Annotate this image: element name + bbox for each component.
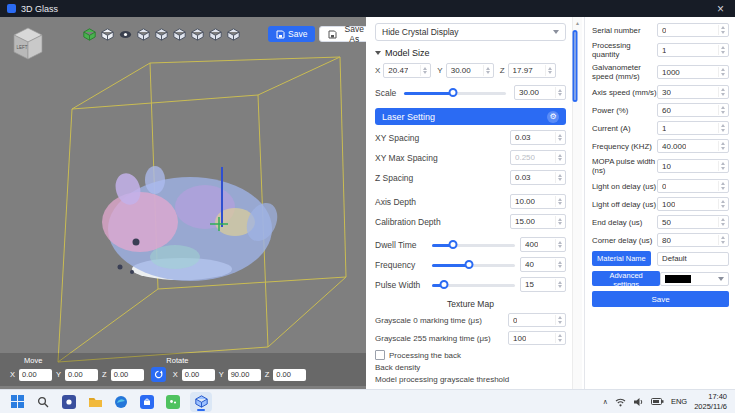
dwell-time-input[interactable]: 400 <box>520 237 566 252</box>
view-left-icon[interactable] <box>172 27 186 42</box>
scene-canvas[interactable] <box>0 17 366 389</box>
spinner[interactable] <box>718 123 727 133</box>
grayscale0-input[interactable]: 0 <box>508 313 566 327</box>
material-name-button[interactable]: Material Name <box>592 251 651 266</box>
size-y-input[interactable]: 30.00 <box>446 63 494 78</box>
eye-icon[interactable] <box>118 27 132 42</box>
search-button[interactable] <box>34 393 52 411</box>
scale-slider[interactable] <box>404 87 506 99</box>
taskbar-app-explorer[interactable] <box>86 393 104 411</box>
grayscale255-input[interactable]: 100 <box>508 331 566 345</box>
end-delay-input[interactable]: 50 <box>657 215 729 229</box>
scrollbar-thumb[interactable] <box>573 30 578 102</box>
view-back-icon[interactable] <box>226 27 240 42</box>
axis-depth-input[interactable]: 10.00 <box>510 194 566 209</box>
z-spacing-input[interactable]: 0.03 <box>510 170 566 185</box>
xy-spacing-input[interactable]: 0.03 <box>510 130 566 145</box>
move-x-input[interactable]: 0.00 <box>19 369 52 381</box>
spinner[interactable] <box>555 152 564 163</box>
windows-start-button[interactable] <box>8 393 26 411</box>
reset-transform-button[interactable] <box>151 367 166 382</box>
model-mesh[interactable] <box>102 166 283 281</box>
taskbar-app-chat[interactable] <box>60 393 78 411</box>
size-z-input[interactable]: 17.97 <box>508 63 556 78</box>
spinner[interactable] <box>718 199 727 209</box>
size-x-input[interactable]: 20.47 <box>383 63 431 78</box>
spinner[interactable] <box>718 235 727 245</box>
scale-input[interactable]: 30.00 <box>514 85 566 100</box>
frequency-khz-input[interactable]: 40.000 <box>657 139 729 153</box>
axis-speed-input[interactable]: 30 <box>657 85 729 99</box>
spinner[interactable] <box>555 279 564 290</box>
spinner[interactable] <box>545 65 554 76</box>
model-size-section[interactable]: Model Size <box>375 48 566 58</box>
spinner[interactable] <box>555 87 564 98</box>
material-value-box[interactable]: Default <box>657 252 729 266</box>
spinner[interactable] <box>420 65 429 76</box>
spinner[interactable] <box>718 25 727 35</box>
light-on-delay-input[interactable]: 0 <box>657 179 729 193</box>
taskbar-app-edge[interactable] <box>112 393 130 411</box>
viewport-3d[interactable]: LEFT Save Save As Move Ro <box>0 17 366 389</box>
pulse-width-input[interactable]: 15 <box>520 277 566 292</box>
taskbar-clock[interactable]: 17:40 2025/11/6 <box>694 392 727 412</box>
current-input[interactable]: 1 <box>657 121 729 135</box>
rotate-z-input[interactable]: 0.00 <box>273 369 306 381</box>
spinner[interactable] <box>718 141 727 151</box>
panel-scrollbar[interactable]: ▲ <box>572 17 582 389</box>
spinner[interactable] <box>555 132 564 143</box>
move-z-input[interactable]: 0.00 <box>111 369 144 381</box>
network-icon[interactable] <box>615 397 626 407</box>
spinner[interactable] <box>718 181 727 191</box>
color-dropdown[interactable] <box>660 272 729 286</box>
view-bottom-icon[interactable] <box>154 27 168 42</box>
corner-delay-input[interactable]: 80 <box>657 233 729 247</box>
dwell-time-slider[interactable] <box>432 239 515 251</box>
save-button[interactable]: Save <box>268 26 315 42</box>
machine-save-button[interactable]: Save <box>592 291 729 307</box>
xy-max-spacing-input[interactable]: 0.250 <box>510 150 566 165</box>
power-input[interactable]: 60 <box>657 103 729 117</box>
advanced-settings-button[interactable]: Advanced settings <box>592 271 660 286</box>
scroll-up-icon[interactable]: ▲ <box>573 17 582 26</box>
rotate-y-input[interactable]: 90.00 <box>228 369 261 381</box>
view-right-icon[interactable] <box>190 27 204 42</box>
light-off-delay-input[interactable]: 100 <box>657 197 729 211</box>
taskbar-app-wechat[interactable] <box>164 393 182 411</box>
spinner[interactable] <box>483 65 492 76</box>
show-model-icon[interactable] <box>82 27 96 42</box>
pulse-width-slider[interactable] <box>432 279 515 291</box>
battery-icon[interactable] <box>651 397 664 406</box>
spinner[interactable] <box>718 161 727 171</box>
spinner[interactable] <box>718 67 727 77</box>
hidden-icons-chevron[interactable]: ∧ <box>603 398 608 406</box>
spinner[interactable] <box>718 105 727 115</box>
spinner[interactable] <box>555 333 564 343</box>
spinner[interactable] <box>555 315 564 325</box>
language-indicator[interactable]: ENG <box>671 397 687 406</box>
view-front-icon[interactable] <box>208 27 222 42</box>
processing-quantity-input[interactable]: 1 <box>657 43 729 57</box>
spinner[interactable] <box>555 259 564 270</box>
save-as-button[interactable]: Save As <box>319 26 366 42</box>
laser-setting-header[interactable]: Laser Setting ⚙ <box>375 108 566 125</box>
spinner[interactable] <box>555 239 564 250</box>
view-top-icon[interactable] <box>136 27 150 42</box>
volume-icon[interactable] <box>633 397 644 407</box>
processing-back-checkbox[interactable] <box>375 350 385 360</box>
spinner[interactable] <box>555 172 564 183</box>
close-button[interactable]: × <box>713 3 728 15</box>
taskbar-app-store[interactable] <box>138 393 156 411</box>
crystal-display-dropdown[interactable]: Hide Crystal Display <box>375 23 566 41</box>
frequency-input[interactable]: 40 <box>520 257 566 272</box>
rotate-x-input[interactable]: 0.00 <box>182 369 215 381</box>
spinner[interactable] <box>555 216 564 227</box>
spinner[interactable] <box>718 87 727 97</box>
move-y-input[interactable]: 0.00 <box>65 369 98 381</box>
spinner[interactable] <box>718 217 727 227</box>
crystal-cube-icon[interactable] <box>100 27 114 42</box>
galvo-speed-input[interactable]: 1000 <box>657 65 729 79</box>
mopa-pulse-width-input[interactable]: 10 <box>657 159 729 173</box>
taskbar-app-3dglass-active[interactable] <box>190 392 212 412</box>
serial-number-input[interactable]: 0 <box>657 23 729 37</box>
